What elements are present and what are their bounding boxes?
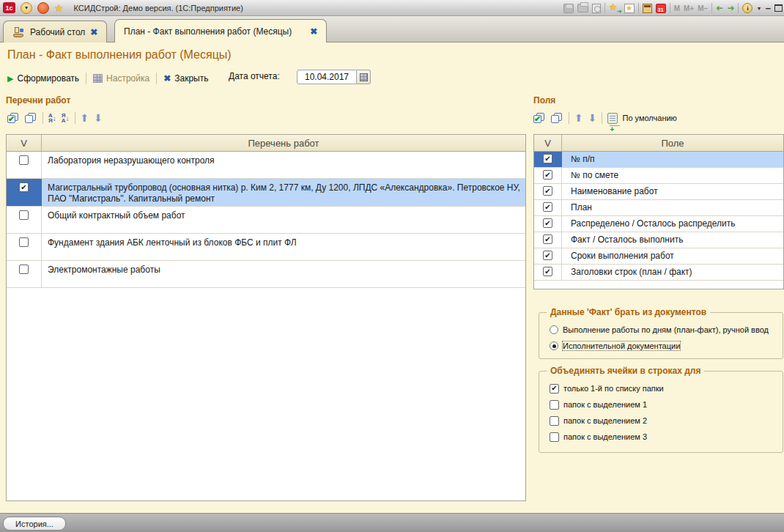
row-check-cell[interactable] xyxy=(534,248,562,264)
move-down-icon[interactable]: ⬇ xyxy=(588,113,597,123)
table-row[interactable]: План xyxy=(534,200,783,216)
sort-descending-icon[interactable]: ЯА ↓ xyxy=(62,113,70,123)
check-column-header: V xyxy=(7,135,42,151)
row-checkbox[interactable] xyxy=(543,267,552,276)
checkbox-icon[interactable] xyxy=(550,384,559,394)
row-checkbox[interactable] xyxy=(543,186,552,196)
move-up-icon[interactable]: ⬆ xyxy=(81,113,89,123)
row-checkbox[interactable] xyxy=(543,170,552,180)
uncheck-all-icon[interactable] xyxy=(551,113,563,124)
checkbox-option[interactable]: папок с выделением 1 xyxy=(550,396,778,413)
close-button[interactable]: ✖ Закрыть xyxy=(163,73,208,84)
report-date-input[interactable]: 10.04.2017 xyxy=(297,70,357,84)
row-check-cell[interactable] xyxy=(534,265,562,280)
table-row[interactable]: № п/п xyxy=(534,152,783,168)
row-check-cell[interactable] xyxy=(7,179,42,206)
tab-close-icon[interactable]: ✖ xyxy=(90,27,97,37)
checkbox-option[interactable]: папок с выделением 3 xyxy=(550,429,778,445)
nav-back-icon[interactable]: ➜ xyxy=(716,4,723,12)
row-check-cell[interactable] xyxy=(534,216,562,232)
table-row[interactable]: Фундамент здания АБК ленточный из блоков… xyxy=(7,234,525,261)
row-checkbox[interactable] xyxy=(19,182,29,192)
checkbox-icon[interactable] xyxy=(550,400,559,410)
info-icon[interactable]: i xyxy=(742,3,752,13)
row-checkbox[interactable] xyxy=(543,218,552,228)
window-titlebar: 1с ▾ ★ КСИДСтрой: Демо версия. (1С:Предп… xyxy=(0,0,784,16)
minimize-button[interactable]: − xyxy=(765,3,771,14)
move-down-icon[interactable]: ⬇ xyxy=(94,113,103,123)
row-text: Факт / Осталось выполнить xyxy=(562,232,783,248)
favorites-list-icon[interactable]: ★ xyxy=(624,4,635,13)
info-dropdown-icon[interactable]: ▼ xyxy=(756,6,761,11)
report-date-label: Дата отчета: xyxy=(229,71,280,81)
fields-table: V Поле № п/п № по смете xyxy=(533,134,784,289)
settings-button[interactable]: Настройка xyxy=(93,73,149,84)
nav-forward-icon[interactable]: ➜ xyxy=(727,4,734,12)
table-row[interactable]: № по смете xyxy=(534,168,783,184)
calendar-icon[interactable]: 31 xyxy=(656,4,666,13)
row-check-cell[interactable] xyxy=(534,168,562,183)
memory-recall-button[interactable]: М xyxy=(674,4,680,12)
checkbox-option[interactable]: папок с выделением 2 xyxy=(550,413,778,429)
row-check-cell[interactable] xyxy=(534,232,562,248)
1c-logo-icon: 1с xyxy=(3,2,15,13)
row-checkbox[interactable] xyxy=(19,210,29,220)
tab-report[interactable]: План - Факт выполнения работ (Месяцы) ✖ xyxy=(114,19,327,43)
row-check-cell[interactable] xyxy=(534,152,562,167)
row-check-cell[interactable] xyxy=(534,184,562,199)
default-button[interactable]: + По умолчанию xyxy=(607,113,676,124)
checkbox-icon[interactable] xyxy=(550,432,559,442)
generate-button[interactable]: ▶ Сформировать xyxy=(7,73,79,84)
row-check-cell[interactable] xyxy=(7,207,42,233)
table-row[interactable]: Наименование работ xyxy=(534,184,783,200)
row-check-cell[interactable] xyxy=(7,234,42,260)
table-row[interactable]: Магистральный трубопровод (основная нитк… xyxy=(7,179,525,207)
row-checkbox[interactable] xyxy=(19,237,29,247)
calculator-icon[interactable] xyxy=(643,4,652,13)
separator xyxy=(569,112,569,124)
row-checkbox[interactable] xyxy=(543,234,552,244)
radio-icon[interactable] xyxy=(550,325,558,334)
main-menu-button[interactable]: ▾ xyxy=(21,2,32,14)
table-row[interactable]: Факт / Осталось выполнить xyxy=(534,232,783,248)
row-checkbox[interactable] xyxy=(19,265,29,274)
maximize-button[interactable] xyxy=(774,4,783,12)
table-row[interactable]: Электромонтажные работы xyxy=(7,261,525,288)
favorites-star-icon[interactable]: ★ xyxy=(54,2,64,14)
add-favorite-icon[interactable]: ★➜ xyxy=(609,3,621,13)
radio-icon[interactable] xyxy=(550,341,558,350)
print-icon[interactable] xyxy=(577,4,588,12)
print-preview-icon[interactable] xyxy=(592,4,601,13)
checkbox-icon[interactable] xyxy=(550,416,559,426)
memory-add-button[interactable]: М+ xyxy=(684,4,694,12)
fields-toolbar: ✔ ⬆ ⬇ + По умолчанию xyxy=(533,111,677,125)
table-row[interactable]: Распределено / Осталось распределить xyxy=(534,216,783,232)
row-checkbox[interactable] xyxy=(543,202,552,212)
table-row[interactable]: Заголовки строк (план / факт) xyxy=(534,265,783,281)
tab-desktop[interactable]: Рабочий стол ✖ xyxy=(3,21,107,43)
memory-subtract-button[interactable]: М− xyxy=(698,4,708,12)
table-row[interactable]: Сроки выполнения работ xyxy=(534,248,783,265)
history-button[interactable]: История... xyxy=(3,517,66,531)
uncheck-all-icon[interactable] xyxy=(25,113,37,124)
check-all-icon[interactable]: ✔ xyxy=(7,113,20,124)
row-check-cell[interactable] xyxy=(534,200,562,215)
move-up-icon[interactable]: ⬆ xyxy=(574,113,583,123)
row-check-cell[interactable] xyxy=(7,152,42,178)
radio-option[interactable]: Выполнение работы по дням (план-факт), р… xyxy=(550,322,778,338)
checkbox-label: папок с выделением 1 xyxy=(563,400,647,409)
sort-ascending-icon[interactable]: АЯ ↓ xyxy=(48,113,56,123)
save-icon[interactable] xyxy=(563,4,574,13)
radio-option[interactable]: Исполнительной документации xyxy=(550,338,778,354)
row-checkbox[interactable] xyxy=(19,155,29,165)
check-all-icon[interactable]: ✔ xyxy=(533,113,546,124)
service-button[interactable] xyxy=(37,2,49,14)
tab-close-icon[interactable]: ✖ xyxy=(310,26,317,37)
checkbox-option[interactable]: только 1-й по списку папки xyxy=(550,380,778,396)
date-picker-button[interactable] xyxy=(357,70,371,84)
row-check-cell[interactable] xyxy=(7,261,42,287)
table-row[interactable]: Общий контрактный объем работ xyxy=(7,207,525,234)
row-checkbox[interactable] xyxy=(543,154,552,163)
row-checkbox[interactable] xyxy=(543,251,552,260)
table-row[interactable]: Лаборатория неразрушающего контроля xyxy=(7,152,525,179)
